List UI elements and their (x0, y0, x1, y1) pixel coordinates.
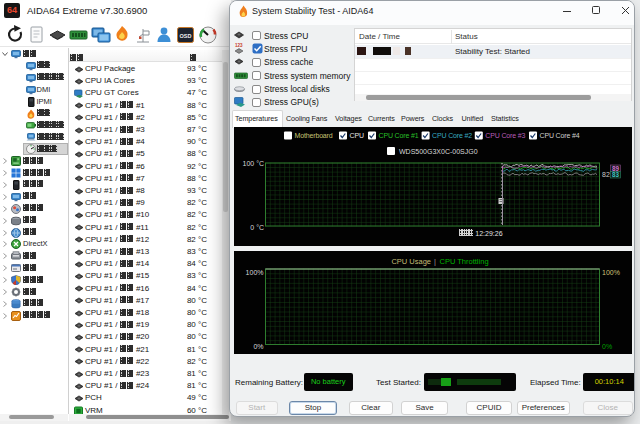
svg-text:100%: 100% (602, 269, 620, 276)
svg-text:WDS500G3X0C-00SJG0: WDS500G3X0C-00SJG0 (399, 148, 478, 155)
svg-text:100%: 100% (246, 269, 264, 276)
svg-text:0 °C: 0 °C (250, 224, 264, 231)
svg-text:OSD: OSD (180, 33, 192, 39)
svg-text:83: 83 (612, 171, 620, 178)
svg-text:CPU: CPU (350, 132, 364, 139)
svg-text:CPU Throttling: CPU Throttling (440, 257, 489, 266)
svg-text:Motherboard: Motherboard (295, 132, 333, 139)
svg-text:82: 82 (602, 171, 610, 178)
svg-text:100 °C: 100 °C (243, 160, 264, 167)
svg-text:CPU Core #2: CPU Core #2 (432, 132, 472, 139)
svg-text:0%: 0% (253, 343, 263, 350)
svg-text:CPU Core #1: CPU Core #1 (379, 132, 419, 139)
svg-text:|: | (434, 257, 436, 266)
svg-text:0%: 0% (602, 343, 612, 350)
svg-text:123: 123 (235, 43, 243, 48)
svg-text:CPU Core #4: CPU Core #4 (540, 132, 580, 139)
svg-text:CPU Usage: CPU Usage (391, 257, 431, 266)
svg-text:CPU Core #3: CPU Core #3 (485, 132, 525, 139)
